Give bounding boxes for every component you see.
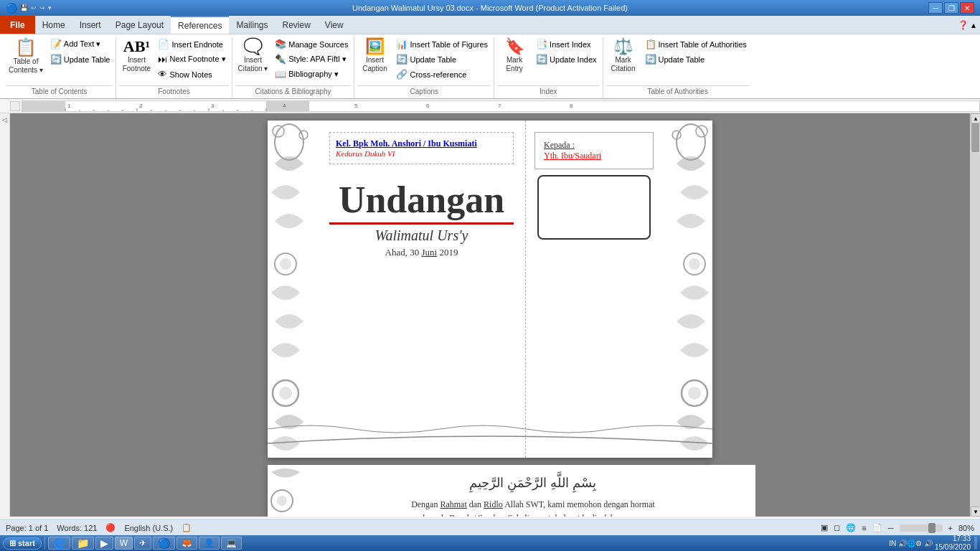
taskbar-left: ⊞ start 🌀 📁 ▶ W ✈ 🔵 🦊 👤 💻 (3, 537, 242, 550)
menu-mailings[interactable]: Mailings (229, 16, 275, 34)
view-mode-outline[interactable]: ≡ (862, 524, 866, 532)
view-mode-full[interactable]: ◻ (834, 523, 840, 532)
insert-citation-button[interactable]: 🗨️ InsertCitation ▾ (235, 37, 271, 75)
footnotes-group-label: Footnotes (119, 85, 228, 97)
svg-text:2: 2 (139, 103, 143, 109)
taskbar-firefox[interactable]: 🦊 (176, 537, 197, 550)
taskbar-folder[interactable]: 📁 (72, 537, 94, 550)
show-desktop-button[interactable] (974, 537, 977, 550)
toc-group-label: Table of Contents (6, 85, 113, 97)
taskbar-telegram[interactable]: ✈ (134, 537, 151, 550)
manage-sources-button[interactable]: 📚 Manage Sources (272, 37, 351, 51)
scroll-track[interactable] (971, 123, 980, 507)
quick-save[interactable]: 💾 (20, 4, 28, 11)
date-ahad: Ahad, 30 (385, 247, 422, 258)
table-of-contents-button[interactable]: 📋 Table ofContents ▾ (6, 37, 46, 76)
mark-entry-button[interactable]: 🔖 MarkEntry (497, 37, 532, 75)
citations-group-label: Citations & Bibliography (235, 85, 352, 97)
close-button[interactable]: ✕ (960, 2, 974, 14)
taskbar-media[interactable]: ▶ (95, 537, 113, 550)
bibliography-button[interactable]: 📖 Bibliography ▾ (272, 67, 351, 81)
scroll-up-button[interactable]: ▲ (971, 113, 980, 123)
show-notes-icon: 👁 (158, 69, 167, 80)
update-table-captions-button[interactable]: 🔄 Update Table (393, 52, 491, 66)
zoom-out-button[interactable]: ─ (888, 524, 894, 532)
next-footnote-button[interactable]: ⏭ Next Footnote ▾ (155, 52, 228, 66)
menu-pagelayout[interactable]: Page Layout (108, 16, 171, 34)
minimize-ribbon-icon[interactable]: ▴ (971, 20, 976, 30)
kepada-name: Yth. Ibu/Saudari (544, 151, 644, 161)
insert-endnote-button[interactable]: 📄 Insert Endnote (155, 37, 228, 51)
taskbar-remote[interactable]: 💻 (221, 537, 242, 550)
restore-button[interactable]: ❐ (944, 2, 958, 14)
body-ridlo: Ridlo (484, 499, 503, 509)
style-button[interactable]: ✒️ Style: APA Fiftl ▾ (272, 52, 351, 66)
show-notes-button[interactable]: 👁 Show Notes (155, 67, 228, 81)
insert-caption-button[interactable]: 🖼️ InsertCaption (357, 37, 392, 75)
cross-reference-button[interactable]: 🔗 Cross-reference (393, 67, 491, 81)
ruler-corner[interactable] (10, 101, 20, 111)
menu-references[interactable]: References (171, 16, 229, 34)
insert-footnote-button[interactable]: AB¹ InsertFootnote (119, 37, 154, 75)
body-bapak: Bapak (449, 513, 471, 517)
taskbar: ⊞ start 🌀 📁 ▶ W ✈ 🔵 🦊 👤 💻 IN 🔊🌐⚙ 🔊 17:33… (0, 535, 980, 551)
lang-flag: 🔴 (105, 523, 116, 532)
insert-table-authorities-button[interactable]: 📋 Insert Table of Authorities (642, 37, 750, 51)
svg-point-26 (273, 126, 284, 137)
start-label: start (18, 539, 35, 547)
tray-icons: IN 🔊🌐⚙ (889, 540, 922, 547)
quick-redo[interactable]: ↪ (39, 4, 45, 11)
next-footnote-label: Next Footnote ▾ (169, 55, 225, 64)
svg-text:8: 8 (570, 103, 573, 109)
scroll-down-button[interactable]: ▼ (971, 507, 980, 517)
ribbon-group-toc: 📋 Table ofContents ▾ 📝 Add Text ▾ 🔄 Upda… (3, 37, 116, 98)
insert-caption-icon: 🖼️ (365, 39, 385, 55)
mark-citation-button[interactable]: ⚖️ MarkCitation (606, 37, 641, 75)
taskbar-ie[interactable]: 🌀 (48, 537, 70, 550)
taskbar-chrome[interactable]: 🔵 (153, 537, 175, 550)
bibliography-icon: 📖 (275, 69, 286, 80)
start-button[interactable]: ⊞ start (3, 537, 42, 550)
title-bar: 🔵 💾 ↩ ↪ ▾ Undangan Walimatul Ursy 03.doc… (0, 0, 980, 16)
zoom-level[interactable]: 80% (958, 524, 974, 532)
page-top-section[interactable]: Kel. Bpk Moh. Anshori / Ibu Kusmiati Ked… (268, 121, 712, 458)
view-mode-print[interactable]: ▣ (821, 523, 828, 532)
language-label[interactable]: English (U.S.) (124, 524, 173, 532)
authorities-group-label: Table of Authorities (606, 85, 750, 97)
manage-sources-icon: 📚 (275, 39, 286, 50)
ribbon: 📋 Table ofContents ▾ 📝 Add Text ▾ 🔄 Upda… (0, 34, 980, 99)
svg-point-34 (672, 131, 681, 139)
menu-view[interactable]: View (318, 16, 351, 34)
selection-marker[interactable]: ◁ (2, 116, 7, 123)
zoom-in-button[interactable]: + (948, 524, 953, 532)
update-table-toc-button[interactable]: 🔄 Update Table (47, 52, 113, 66)
menu-review[interactable]: Review (275, 16, 317, 34)
insert-table-figures-button[interactable]: 📊 Insert Table of Figures (393, 37, 491, 51)
status-bar: Page: 1 of 1 Words: 121 🔴 English (U.S.)… (0, 519, 980, 535)
citations-buttons: 🗨️ InsertCitation ▾ 📚 Manage Sources ✒️ … (235, 37, 352, 85)
menu-bar: File Home Insert Page Layout References … (0, 16, 980, 34)
right-scrollbar: ▲ ▼ (970, 113, 980, 517)
zoom-slider[interactable] (900, 524, 943, 532)
update-index-button[interactable]: 🔄 Update Index (533, 52, 599, 66)
view-mode-draft[interactable]: 📄 (872, 523, 882, 532)
minimize-button[interactable]: ─ (928, 2, 943, 14)
insert-index-button[interactable]: 📑 Insert Index (533, 37, 599, 51)
taskbar-word[interactable]: W (115, 537, 133, 550)
sender-address: Kedurus Dukuh VI (336, 149, 507, 158)
quick-undo[interactable]: ↩ (31, 4, 37, 11)
add-text-button[interactable]: 📝 Add Text ▾ (47, 37, 113, 51)
sender-name: Kel. Bpk Moh. Anshori / Ibu Kusmiati (336, 138, 507, 149)
menu-home[interactable]: Home (35, 16, 72, 34)
menu-insert[interactable]: Insert (72, 16, 108, 34)
ruler-svg: 1 2 3 4 5 6 7 8 (22, 101, 979, 111)
page-count: Page: 1 of 1 (6, 524, 48, 532)
menu-file[interactable]: File (0, 16, 35, 34)
window-controls: ─ ❐ ✕ (928, 2, 974, 14)
help-icon[interactable]: ❓ (958, 20, 969, 30)
update-table-authorities-button[interactable]: 🔄 Update Table (642, 52, 750, 66)
taskbar-contact[interactable]: 👤 (199, 537, 220, 550)
status-left: Page: 1 of 1 Words: 121 🔴 English (U.S.)… (6, 523, 192, 532)
view-mode-web[interactable]: 🌐 (846, 523, 856, 532)
scroll-thumb[interactable] (971, 123, 979, 152)
